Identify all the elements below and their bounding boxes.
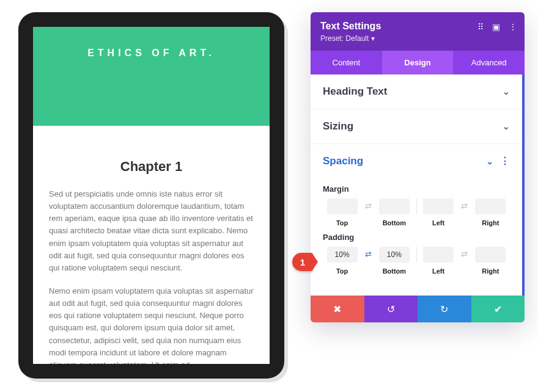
padding-top-input[interactable] (327, 247, 358, 263)
divider (416, 198, 417, 214)
undo-button[interactable]: ↺ (364, 296, 418, 322)
panel-header: Text Settings Preset: Default ▾ ⠿ ▣ ⋮ (311, 12, 525, 51)
caret-down-icon: ▾ (371, 34, 375, 43)
margin-left-label: Left (419, 219, 458, 227)
margin-right-input[interactable] (475, 198, 506, 214)
tab-advanced[interactable]: Advanced (453, 51, 525, 74)
section-heading-text[interactable]: Heading Text ⌄ (311, 74, 522, 109)
drag-icon[interactable]: ⠿ (477, 22, 484, 32)
more-icon[interactable]: ⋮ (509, 22, 517, 32)
padding-row: Top ⇄ Bottom Left ⇄ Right (323, 247, 510, 275)
link-icon[interactable]: ⇄ (458, 247, 471, 259)
action-bar: ✖ ↺ ↻ ✔ (311, 296, 525, 322)
tab-design[interactable]: Design (382, 51, 454, 74)
check-icon: ✔ (494, 303, 502, 315)
link-icon[interactable]: ⇄ (361, 247, 375, 259)
close-icon: ✖ (333, 303, 341, 315)
chapter-title: Chapter 1 (49, 159, 254, 175)
preview-tablet: ETHICS OF ART. Chapter 1 Sed ut perspici… (18, 12, 284, 379)
body-paragraph: Nemo enim ipsam voluptatem quia voluptas… (49, 285, 254, 364)
hero-banner: ETHICS OF ART. (33, 27, 270, 126)
section-sizing[interactable]: Sizing ⌄ (311, 109, 522, 144)
margin-top-label: Top (323, 219, 361, 227)
section-label: Sizing (323, 120, 353, 132)
tabs: Content Design Advanced (311, 51, 525, 74)
preview-screen: ETHICS OF ART. Chapter 1 Sed ut perspici… (33, 27, 270, 364)
link-icon[interactable]: ⇄ (361, 198, 375, 211)
margin-right-label: Right (471, 219, 510, 227)
section-more-icon[interactable]: ⋮ (500, 156, 510, 166)
padding-right-label: Right (471, 267, 510, 275)
preset-dropdown[interactable]: Preset: Default ▾ (320, 34, 375, 43)
section-spacing[interactable]: Spacing ⌃ ⋮ (311, 144, 522, 178)
margin-left-input[interactable] (423, 198, 454, 214)
undo-icon: ↺ (387, 303, 395, 315)
margin-bottom-input[interactable] (379, 198, 410, 214)
margin-bottom-label: Bottom (375, 219, 413, 227)
margin-top-input[interactable] (327, 198, 358, 214)
section-label: Spacing (323, 155, 363, 167)
divider (416, 247, 417, 263)
padding-left-input[interactable] (423, 247, 454, 263)
spacing-body: Margin Top ⇄ Bottom Left ⇄ (311, 184, 522, 287)
preset-label: Preset: Default (320, 34, 369, 43)
section-label: Heading Text (323, 85, 387, 98)
padding-bottom-label: Bottom (375, 267, 413, 275)
redo-button[interactable]: ↻ (418, 296, 471, 322)
callout-badge: 1 (292, 253, 313, 271)
padding-top-label: Top (323, 267, 361, 275)
body-paragraph: Sed ut perspiciatis unde omnis iste natu… (49, 188, 254, 274)
padding-left-label: Left (419, 267, 458, 275)
padding-right-input[interactable] (475, 247, 506, 263)
padding-label: Padding (323, 233, 510, 242)
confirm-button[interactable]: ✔ (471, 296, 525, 322)
chevron-down-icon: ⌄ (503, 122, 510, 131)
chapter-content: Chapter 1 Sed ut perspiciatis unde omnis… (33, 126, 270, 364)
expand-icon[interactable]: ▣ (492, 22, 500, 32)
margin-row: Top ⇄ Bottom Left ⇄ Right (323, 198, 510, 227)
settings-panel: Text Settings Preset: Default ▾ ⠿ ▣ ⋮ Co… (311, 12, 525, 322)
link-icon[interactable]: ⇄ (458, 198, 471, 211)
settings-scroll-area[interactable]: Heading Text ⌄ Sizing ⌄ Spacing ⌃ ⋮ Marg… (311, 74, 525, 296)
tab-content[interactable]: Content (311, 51, 382, 74)
chevron-down-icon: ⌄ (503, 87, 510, 96)
margin-label: Margin (323, 184, 510, 194)
redo-icon: ↻ (440, 303, 448, 315)
chevron-up-icon: ⌃ (486, 156, 493, 166)
padding-bottom-input[interactable] (379, 247, 410, 263)
cancel-button[interactable]: ✖ (311, 296, 364, 322)
